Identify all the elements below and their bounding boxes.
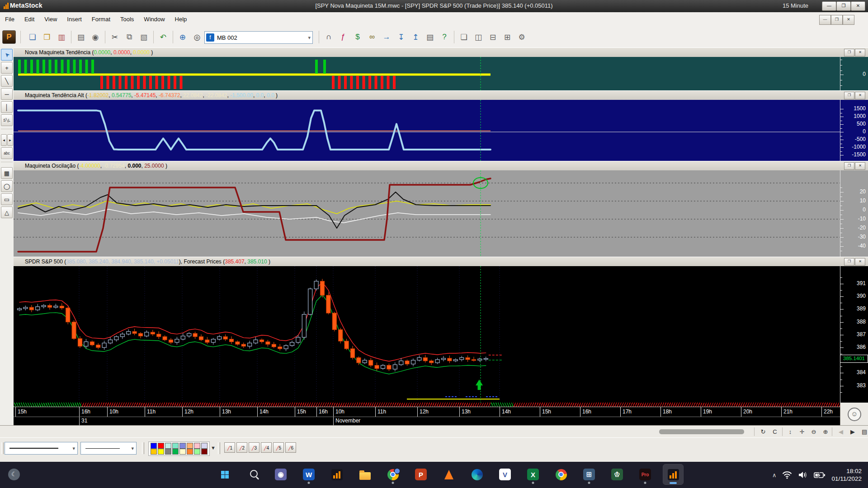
- panel-close-button[interactable]: ✕: [855, 49, 865, 56]
- indicator-builder-button[interactable]: ƒ: [336, 30, 350, 44]
- battery-charging-icon[interactable]: [814, 472, 826, 479]
- palette-dropdown-arrow[interactable]: ▼: [211, 445, 216, 450]
- zoom-tool-button[interactable]: ◎: [190, 30, 204, 44]
- next-chart-button[interactable]: ▶: [847, 427, 858, 436]
- c-button-button[interactable]: C: [769, 427, 780, 436]
- color-swatch[interactable]: [179, 449, 186, 455]
- chart-template-5-button[interactable]: ╱5: [273, 442, 284, 453]
- crosshair-pointer-button[interactable]: ⊕: [176, 30, 189, 44]
- panel-3-chart[interactable]: [14, 170, 840, 257]
- tray-chevron-icon[interactable]: ∧: [772, 472, 777, 479]
- zoom-in-button[interactable]: ⊕: [820, 427, 831, 436]
- taskbar-excel-icon[interactable]: X: [523, 465, 543, 484]
- horizontal-line-tool-button[interactable]: ─: [1, 88, 13, 100]
- report-button[interactable]: ▤: [423, 30, 437, 44]
- paste-button[interactable]: ▧: [137, 30, 151, 44]
- taskbar-edge-icon[interactable]: [467, 465, 487, 484]
- text-tool-button[interactable]: abc: [1, 147, 13, 159]
- chart-template-4-button[interactable]: ╱4: [261, 442, 272, 453]
- color-swatch[interactable]: [165, 449, 171, 455]
- panel-2-chart[interactable]: [14, 100, 840, 161]
- toolbar-grip[interactable]: [1, 442, 4, 454]
- scroll-right-button[interactable]: ▸: [7, 134, 13, 146]
- taskbar-vlc-icon[interactable]: [439, 465, 459, 484]
- wifi-icon[interactable]: [782, 471, 792, 479]
- menu-view[interactable]: View: [39, 12, 62, 23]
- color-swatch[interactable]: [201, 449, 208, 455]
- new-chart-button[interactable]: ❏: [26, 30, 39, 44]
- color-swatch[interactable]: [151, 443, 157, 449]
- chart-list-button[interactable]: ▤: [859, 427, 868, 436]
- pointer-button[interactable]: ➤: [1, 49, 13, 61]
- semilog-tool-button[interactable]: S╲L: [1, 114, 13, 126]
- menu-format[interactable]: Format: [87, 12, 115, 23]
- panel-close-button[interactable]: ✕: [855, 92, 865, 99]
- chart-template-3-button[interactable]: ╱3: [249, 442, 259, 453]
- crosshair-tool-button[interactable]: +: [1, 62, 13, 74]
- taskbar-word-icon[interactable]: W: [299, 465, 319, 484]
- line-style-dropdown[interactable]: ▾: [5, 442, 78, 455]
- smiley-button[interactable]: ☺: [848, 408, 861, 421]
- menu-tools[interactable]: Tools: [115, 12, 139, 23]
- taskbar-chrome-icon[interactable]: [551, 465, 571, 484]
- color-swatch[interactable]: [187, 449, 193, 455]
- color-swatch[interactable]: [158, 443, 164, 449]
- rectangle-tool-button[interactable]: ▭: [1, 193, 13, 205]
- tray-clock[interactable]: 18:02 01/11/2022: [831, 467, 862, 483]
- taskbar-file-explorer-icon[interactable]: [355, 465, 375, 484]
- taskbar-calculator-icon[interactable]: ⊞: [579, 465, 599, 484]
- window-options-button[interactable]: ⚙: [515, 30, 528, 44]
- scroll-left-button[interactable]: ◂: [1, 134, 7, 146]
- expert-advisor-button[interactable]: ∞: [365, 30, 379, 44]
- panel-maximize-button[interactable]: ❐: [844, 258, 854, 266]
- refresh-button[interactable]: ↻: [758, 427, 769, 436]
- chart-template-2-button[interactable]: ╱2: [236, 442, 247, 453]
- color-swatch[interactable]: [172, 449, 179, 455]
- forecaster-button[interactable]: →: [380, 30, 393, 44]
- menu-file[interactable]: File: [0, 12, 19, 23]
- taskbar-pro-app-icon[interactable]: Pro: [635, 465, 655, 484]
- open-chart-button[interactable]: ❒: [40, 30, 54, 44]
- chart-template-6-button[interactable]: ╱6: [285, 442, 296, 453]
- tile-windows-button[interactable]: ◫: [472, 30, 485, 44]
- color-swatch[interactable]: [187, 443, 193, 449]
- taskbar-chrome-profile-icon[interactable]: [383, 465, 403, 484]
- panel-1-chart[interactable]: [14, 57, 840, 90]
- color-swatch[interactable]: [194, 443, 200, 449]
- chart-template-1-button[interactable]: ╱1: [224, 442, 235, 453]
- downloader-button[interactable]: ↧: [394, 30, 408, 44]
- menu-edit[interactable]: Edit: [19, 12, 39, 23]
- taskbar-visio-icon[interactable]: V: [495, 465, 515, 484]
- toolbar-grip[interactable]: [142, 442, 144, 454]
- child-close-button[interactable]: ✕: [843, 15, 854, 25]
- menu-insert[interactable]: Insert: [62, 12, 87, 23]
- panel-maximize-button[interactable]: ❐: [844, 49, 854, 56]
- taskbar-chess-icon[interactable]: ♔: [607, 465, 627, 484]
- trendline-tool-button[interactable]: ╲: [1, 75, 13, 87]
- cut-button[interactable]: ✂: [108, 30, 122, 44]
- line-weight-dropdown[interactable]: ▾: [80, 442, 137, 455]
- volume-icon[interactable]: [798, 471, 808, 479]
- panel-maximize-button[interactable]: ❐: [844, 92, 854, 99]
- save-chart-button[interactable]: ▥: [55, 30, 68, 44]
- copy-button[interactable]: ⧉: [123, 30, 136, 44]
- pan-button[interactable]: ✛: [797, 427, 807, 436]
- panel-close-button[interactable]: ✕: [855, 258, 865, 266]
- close-button[interactable]: ✕: [851, 1, 865, 11]
- grid-tool-button[interactable]: ▦: [1, 167, 13, 179]
- panel-close-button[interactable]: ✕: [855, 162, 865, 170]
- refresh-data-button[interactable]: ↥: [409, 30, 422, 44]
- ellipse-tool-button[interactable]: ◯: [1, 180, 13, 192]
- print-preview-button[interactable]: ◉: [89, 30, 102, 44]
- color-swatch[interactable]: [151, 449, 157, 455]
- the-explorer-button[interactable]: ∩: [322, 30, 335, 44]
- taskbar-teams-chat-icon[interactable]: ◉: [271, 465, 291, 484]
- child-restore-button[interactable]: ❐: [831, 15, 843, 25]
- horizontal-scrollbar[interactable]: [659, 429, 744, 434]
- context-help-button[interactable]: ?: [438, 30, 451, 44]
- minimize-button[interactable]: —: [822, 1, 836, 11]
- color-swatch[interactable]: [201, 443, 208, 449]
- cascade-windows-button[interactable]: ❏: [457, 30, 471, 44]
- taskbar-metastock-icon[interactable]: [327, 465, 347, 484]
- toolbar-grip[interactable]: [218, 442, 220, 454]
